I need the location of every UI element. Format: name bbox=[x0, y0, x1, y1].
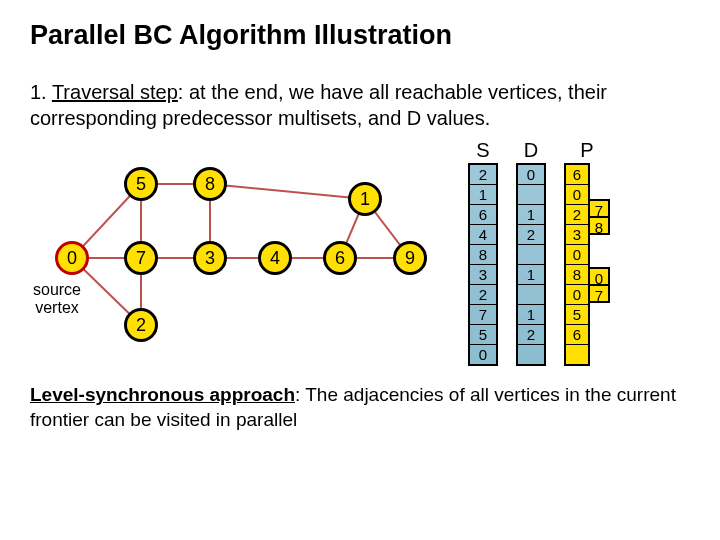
node-8: 8 bbox=[193, 167, 227, 201]
node-6: 6 bbox=[323, 241, 357, 275]
P-box: 6 0 2 3 0 8 0 5 6 bbox=[564, 163, 590, 366]
graph: 0 5 7 2 8 3 4 1 6 9 source vertex bbox=[30, 139, 460, 369]
P-side: 7 8 0 7 bbox=[590, 163, 610, 366]
node-5: 5 bbox=[124, 167, 158, 201]
node-9: 9 bbox=[393, 241, 427, 275]
node-2: 2 bbox=[124, 308, 158, 342]
step-text: 1. Traversal step: at the end, we have a… bbox=[30, 79, 690, 131]
col-D: D 0 1 2 1 1 2 bbox=[516, 139, 546, 366]
col-S: S 2 1 6 4 8 3 2 7 5 0 bbox=[468, 139, 498, 366]
node-0: 0 bbox=[55, 241, 89, 275]
node-4: 4 bbox=[258, 241, 292, 275]
S-box: 2 1 6 4 8 3 2 7 5 0 bbox=[468, 163, 498, 366]
svg-line-9 bbox=[210, 184, 365, 199]
node-7: 7 bbox=[124, 241, 158, 275]
diagram: 0 5 7 2 8 3 4 1 6 9 source vertex S 2 1 … bbox=[30, 139, 690, 369]
col-P: P 6 0 2 3 0 8 0 5 6 7 8 bbox=[564, 139, 610, 366]
page-title: Parallel BC Algorithm Illustration bbox=[30, 20, 690, 51]
node-3: 3 bbox=[193, 241, 227, 275]
D-box: 0 1 2 1 1 2 bbox=[516, 163, 546, 366]
node-1: 1 bbox=[348, 182, 382, 216]
footer-text: Level-synchronous approach: The adjacenc… bbox=[30, 383, 690, 432]
tables: S 2 1 6 4 8 3 2 7 5 0 D 0 1 2 1 bbox=[468, 139, 610, 366]
source-vertex-label: source vertex bbox=[30, 281, 84, 316]
